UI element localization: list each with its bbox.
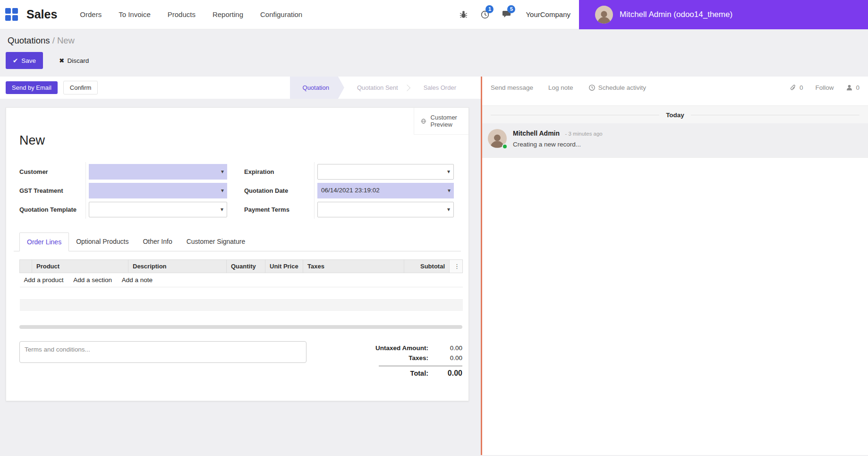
dropdown-caret-icon: ▾ <box>221 187 224 194</box>
today-label: Today <box>666 112 684 119</box>
add-a-product-link[interactable]: Add a product <box>24 276 64 284</box>
breadcrumb: Quotations / New <box>0 29 868 48</box>
send-message-button[interactable]: Send message <box>491 84 533 91</box>
record-actions: ✔ Save ✖ Discard <box>0 48 868 77</box>
apps-menu-icon[interactable] <box>5 8 18 21</box>
activity-count-badge: 1 <box>485 5 494 13</box>
customer-field[interactable]: ▾ <box>89 164 227 180</box>
follower-person-icon <box>846 84 853 91</box>
form-sheet: Customer Preview New Customer ▾ GST Trea… <box>6 107 469 401</box>
expiration-field[interactable]: ▾ <box>317 164 454 180</box>
payment-terms-field[interactable]: ▾ <box>317 202 454 217</box>
totals-separator <box>379 366 462 366</box>
form-control-strip: Send by Email Confirm Quotation Quotatio… <box>0 77 481 99</box>
product-column-header: Product <box>32 260 128 273</box>
menu-reporting[interactable]: Reporting <box>213 10 243 18</box>
gst-treatment-field[interactable]: ▾ <box>89 183 227 198</box>
status-step-quotation[interactable]: Quotation <box>290 77 344 99</box>
subtotal-column-header: Subtotal <box>404 260 450 273</box>
top-navbar: Sales Orders To Invoice Products Reporti… <box>0 0 868 29</box>
customer-preview-button[interactable]: Customer Preview <box>414 108 468 135</box>
status-step-quotation-sent[interactable]: Quotation Sent <box>344 77 411 99</box>
attachments-button[interactable]: 0 <box>790 84 803 91</box>
taxes-row: Taxes: 0.00 <box>336 353 462 363</box>
dropdown-caret-icon: ▾ <box>447 206 450 213</box>
send-by-email-button[interactable]: Send by Email <box>6 81 58 94</box>
add-a-section-link[interactable]: Add a section <box>73 276 112 284</box>
follower-count: 0 <box>856 84 859 91</box>
table-header-row: Product Description Quantity Unit Price … <box>20 260 463 273</box>
message-body: Creating a new record... <box>513 141 603 148</box>
add-a-note-link[interactable]: Add a note <box>122 276 153 284</box>
chatter-toolbar: Send message Log note Schedule activity … <box>482 77 868 99</box>
breadcrumb-current: New <box>57 35 75 45</box>
payment-terms-label: Payment Terms <box>244 200 314 219</box>
save-button[interactable]: ✔ Save <box>6 52 43 69</box>
user-menu[interactable]: Mitchell Admin (odoo14_theme) <box>579 0 868 29</box>
tab-optional-products[interactable]: Optional Products <box>69 232 136 251</box>
apps-grid-square <box>5 15 11 21</box>
quotation-date-field[interactable]: 06/14/2021 23:19:02▾ <box>317 183 454 198</box>
menu-orders[interactable]: Orders <box>80 10 102 18</box>
taxes-label: Taxes: <box>408 354 428 361</box>
untaxed-amount-label: Untaxed Amount: <box>375 344 428 352</box>
empty-row <box>20 311 463 321</box>
message-content: Mitchell Admin - 3 minutes ago Creating … <box>513 129 603 148</box>
follow-button[interactable]: Follow <box>815 84 834 91</box>
order-lines-table: Product Description Quantity Unit Price … <box>19 259 463 321</box>
total-row: Total: 0.00 <box>336 368 462 379</box>
apps-grid-square <box>5 8 11 14</box>
untaxed-amount-row: Untaxed Amount: 0.00 <box>336 343 462 353</box>
table-horizontal-scrollbar[interactable] <box>19 325 462 329</box>
total-value: 0.00 <box>428 369 462 378</box>
user-avatar <box>595 6 613 24</box>
tab-customer-signature[interactable]: Customer Signature <box>179 232 253 251</box>
online-status-dot <box>502 144 508 149</box>
taxes-value: 0.00 <box>428 354 462 361</box>
field-groups: Customer ▾ GST Treatment ▾ Quotation Tem… <box>19 162 461 219</box>
menu-configuration[interactable]: Configuration <box>260 10 302 18</box>
customer-label: Customer <box>19 162 85 181</box>
notebook-tabs: Order Lines Optional Products Other Info… <box>14 232 461 251</box>
message-count-badge: 5 <box>507 5 515 13</box>
discard-button[interactable]: ✖ Discard <box>56 56 92 65</box>
apps-grid-square <box>12 15 18 21</box>
app-title[interactable]: Sales <box>26 8 57 21</box>
gst-treatment-label: GST Treatment <box>19 181 85 200</box>
untaxed-amount-value: 0.00 <box>428 344 462 352</box>
optional-columns-icon[interactable]: ⋮ <box>450 260 463 273</box>
menu-to-invoice[interactable]: To Invoice <box>119 10 151 18</box>
description-column-header: Description <box>128 260 227 273</box>
terms-and-conditions-input[interactable] <box>19 341 306 363</box>
unit-price-column-header: Unit Price <box>265 260 303 273</box>
record-title: New <box>19 133 461 148</box>
debug-bug-icon[interactable] <box>458 9 469 20</box>
message-author-name[interactable]: Mitchell Admin <box>513 129 560 137</box>
breadcrumb-separator: / <box>52 35 55 45</box>
chat-message: Mitchell Admin - 3 minutes ago Creating … <box>482 123 868 157</box>
breadcrumb-quotations[interactable]: Quotations <box>8 35 50 45</box>
menu-products[interactable]: Products <box>168 10 196 18</box>
user-name: Mitchell Admin (odoo14_theme) <box>620 10 732 19</box>
company-switcher[interactable]: YourCompany <box>526 10 570 18</box>
attachment-count: 0 <box>800 84 803 91</box>
apps-grid-square <box>12 8 18 14</box>
totals-block: Untaxed Amount: 0.00 Taxes: 0.00 Total: … <box>336 341 462 379</box>
schedule-activity-button[interactable]: Schedule activity <box>588 84 646 91</box>
main-area: Send by Email Confirm Quotation Quotatio… <box>0 77 868 455</box>
log-note-button[interactable]: Log note <box>548 84 573 91</box>
status-step-sales-order[interactable]: Sales Order <box>411 77 469 99</box>
messages-bubble-icon[interactable]: 5 <box>501 9 512 20</box>
add-links-row: Add a product Add a section Add a note <box>20 273 463 287</box>
dropdown-caret-icon: ▾ <box>221 206 223 213</box>
followers-button[interactable]: 0 <box>846 84 859 91</box>
quotation-template-field[interactable]: ▾ <box>89 202 227 217</box>
dropdown-caret-icon: ▾ <box>448 187 451 194</box>
tab-order-lines[interactable]: Order Lines <box>19 232 69 251</box>
globe-icon <box>421 117 426 125</box>
today-divider: Today <box>491 112 859 119</box>
schedule-clock-icon <box>588 84 596 91</box>
confirm-button[interactable]: Confirm <box>63 81 98 95</box>
activities-clock-icon[interactable]: 1 <box>479 9 491 20</box>
tab-other-info[interactable]: Other Info <box>136 232 179 251</box>
